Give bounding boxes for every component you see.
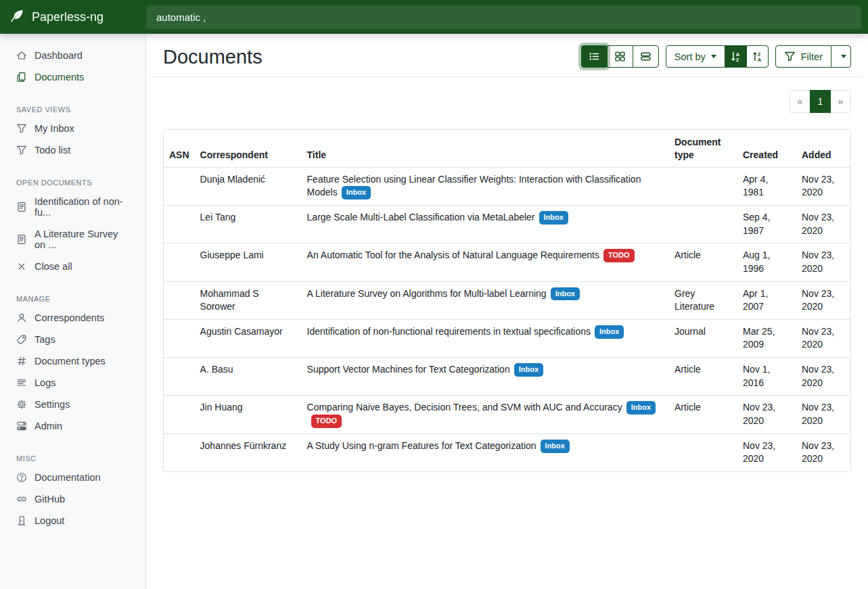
pagination-page-1[interactable]: 1 <box>810 90 831 113</box>
correspondent-link[interactable]: Lei Tang <box>200 212 236 222</box>
document-title-link[interactable]: Identification of non-functional require… <box>307 326 591 337</box>
document-title-link[interactable]: A Study Using n-gram Features for Text C… <box>307 440 536 451</box>
sidebar-item-admin[interactable]: Admin <box>0 415 145 437</box>
view-grid-button[interactable] <box>607 45 633 68</box>
sidebar-item-my-inbox[interactable]: My Inbox <box>0 118 145 139</box>
sort-by-button[interactable]: Sort by <box>666 45 725 68</box>
sidebar-item-logout[interactable]: Logout <box>0 510 145 532</box>
column-header-asn[interactable]: ASN <box>164 130 195 167</box>
column-header-title[interactable]: Title <box>302 130 669 167</box>
pagination-prev-button[interactable]: « <box>790 90 810 113</box>
filter-group: Filter <box>775 45 851 68</box>
link-icon <box>16 494 27 504</box>
correspondent-link[interactable]: Dunja Mladenić <box>200 174 266 185</box>
documents-table-card: ASNCorrespondentTitleDocument typeCreate… <box>163 129 851 472</box>
title-cell: Support Vector Machines for Text Categor… <box>302 357 669 395</box>
sidebar-item-document-types[interactable]: Document types <box>0 350 145 372</box>
file-text-icon <box>16 202 27 212</box>
tag-badge-inbox[interactable]: Inbox <box>626 401 656 415</box>
sidebar-item-logs[interactable]: Logs <box>0 372 145 394</box>
correspondent-link[interactable]: Jin Huang <box>200 402 243 413</box>
filter-dropdown-toggle[interactable] <box>831 45 851 68</box>
brand[interactable]: Paperless-ng <box>0 8 146 26</box>
sidebar-item-close-all[interactable]: Close all <box>0 256 145 277</box>
table-row: Jin HuangComparing Naive Bayes, Decision… <box>164 396 850 434</box>
asn-cell <box>164 433 195 471</box>
added-cell: Nov 23, 2020 <box>796 281 850 319</box>
created-cell: Nov 23, 2020 <box>737 433 796 471</box>
title-cell: A Study Using n-gram Features for Text C… <box>302 433 669 471</box>
gear-icon <box>16 399 27 410</box>
filter-button[interactable]: Filter <box>775 45 831 68</box>
hash-icon <box>16 356 27 367</box>
created-cell: Apr 4, 1981 <box>737 167 796 205</box>
tag-badge-todo[interactable]: TODO <box>603 249 635 262</box>
created-cell: Apr 1, 2007 <box>737 281 796 319</box>
home-icon <box>16 50 27 61</box>
document-title-link[interactable]: Support Vector Machines for Text Categor… <box>307 364 510 375</box>
sidebar-item-todo-list[interactable]: Todo list <box>0 139 145 161</box>
document-title-link[interactable]: A Literature Survey on Algorithms for Mu… <box>307 288 547 299</box>
tag-badge-todo[interactable]: TODO <box>311 415 342 428</box>
column-header-correspondent[interactable]: Correspondent <box>195 130 302 167</box>
sidebar-item-identification-of-non-fu[interactable]: Identification of non-fu... <box>0 191 145 223</box>
sidebar-item-label: Settings <box>35 399 70 410</box>
sidebar-item-settings[interactable]: Settings <box>0 394 145 415</box>
view-details-button[interactable] <box>633 45 659 68</box>
sidebar-item-a-literature-survey-on[interactable]: A Literature Survey on ... <box>0 223 145 256</box>
document-type-cell <box>669 206 737 243</box>
person-icon <box>16 312 27 323</box>
tag-badge-inbox[interactable]: Inbox <box>539 211 568 225</box>
sort-up-za-icon: ZA <box>752 51 763 62</box>
added-cell: Nov 23, 2020 <box>796 433 850 471</box>
tag-badge-inbox[interactable]: Inbox <box>551 287 580 301</box>
sidebar-item-correspondents[interactable]: Correspondents <box>0 307 145 329</box>
document-title-link[interactable]: Large Scale Multi-Label Classification v… <box>307 212 535 222</box>
sidebar-item-label: Document types <box>35 356 106 367</box>
caret-down-icon <box>841 55 846 58</box>
sidebar-item-github[interactable]: GitHub <box>0 488 145 510</box>
funnel-icon <box>784 51 796 62</box>
document-title-link[interactable]: An Automatic Tool for the Analysis of Na… <box>307 250 599 260</box>
sort-up-za-button[interactable]: ZA <box>746 45 769 68</box>
sidebar-item-label: Logs <box>35 377 55 388</box>
sidebar-heading-manage: MANAGE <box>16 295 129 303</box>
title-cell: Comparing Naive Bayes, Decision Trees, a… <box>302 396 669 434</box>
pagination-next-button[interactable]: » <box>830 90 851 113</box>
tag-badge-inbox[interactable]: Inbox <box>342 186 371 199</box>
tag-badge-inbox[interactable]: Inbox <box>514 363 543 377</box>
sidebar-item-dashboard[interactable]: Dashboard <box>0 45 145 66</box>
document-title-link[interactable]: Comparing Naive Bayes, Decision Trees, a… <box>307 402 622 413</box>
correspondent-cell: Mohammad S Sorower <box>195 281 302 319</box>
table-row: Dunja MladenićFeature Selection using Li… <box>164 167 850 205</box>
sort-down-az-button[interactable]: AZ <box>725 45 747 68</box>
correspondent-link[interactable]: Giuseppe Lami <box>200 250 264 260</box>
sidebar-item-label: Correspondents <box>35 312 104 323</box>
tag-badge-inbox[interactable]: Inbox <box>541 440 570 453</box>
view-list-button[interactable] <box>581 45 608 68</box>
sidebar-item-label: Close all <box>35 261 72 272</box>
column-header-created[interactable]: Created <box>737 130 796 167</box>
created-cell: Aug 1, 1996 <box>737 243 796 281</box>
sidebar-item-documentation[interactable]: Documentation <box>0 467 145 488</box>
sidebar-item-label: Documents <box>35 72 84 83</box>
sidebar-item-documents[interactable]: Documents <box>0 66 145 88</box>
sidebar-item-tags[interactable]: Tags <box>0 329 145 350</box>
asn-cell <box>164 281 195 319</box>
correspondent-link[interactable]: A. Basu <box>200 364 233 375</box>
added-cell: Nov 23, 2020 <box>796 396 850 434</box>
column-header-document-type[interactable]: Document type <box>669 130 737 167</box>
sidebar-item-label: Tags <box>35 334 55 345</box>
tag-badge-inbox[interactable]: Inbox <box>595 325 624 339</box>
documents-table: ASNCorrespondentTitleDocument typeCreate… <box>164 130 850 471</box>
correspondent-link[interactable]: Johannes Fürnkranz <box>200 440 287 451</box>
global-search-input[interactable] <box>146 5 861 29</box>
sidebar-item-label: My Inbox <box>35 123 74 134</box>
correspondent-link[interactable]: Mohammad S Sorower <box>200 288 259 312</box>
funnel-icon <box>16 123 27 134</box>
correspondent-link[interactable]: Agustin Casamayor <box>200 326 283 337</box>
sidebar: DashboardDocumentsSAVED VIEWSMy InboxTod… <box>0 34 146 589</box>
column-header-added[interactable]: Added <box>796 130 850 167</box>
pagination-row: «1» <box>163 90 851 113</box>
document-type-cell <box>669 433 737 471</box>
